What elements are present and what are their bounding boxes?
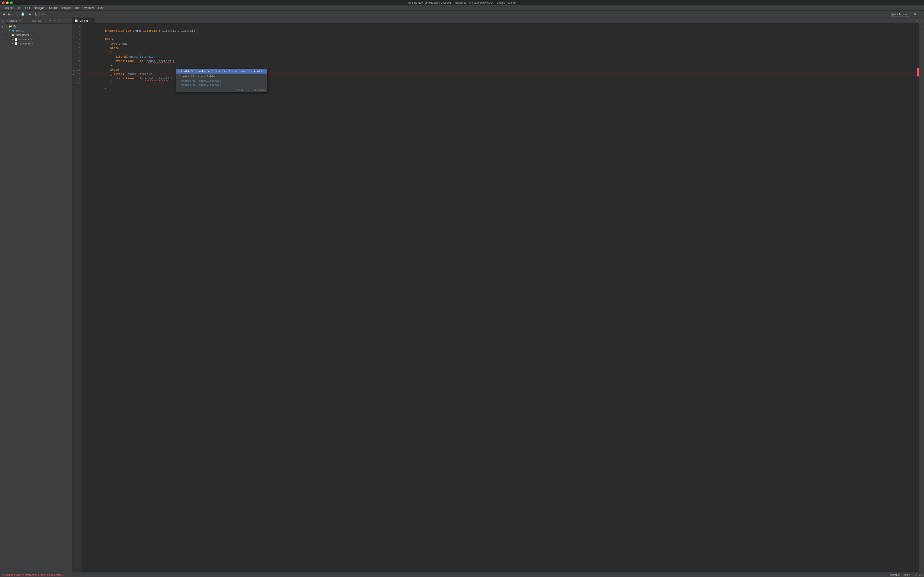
- menu-bar: Eclipse File Edit Navigate Search Projec…: [0, 5, 924, 11]
- tree-label-enum1: enum1: [16, 29, 24, 32]
- editor-tabs: 📝 My.fsm × − □: [73, 18, 919, 24]
- quickfix-item-2[interactable]: ✦ Change to 'enum1.literal2': [176, 83, 267, 87]
- status-right: Writable Insert 12 : 34: [890, 574, 922, 576]
- forward-button[interactable]: ▶: [7, 11, 12, 17]
- menu-help[interactable]: Help: [96, 6, 106, 10]
- sidebar-icon-1[interactable]: ▤: [0, 19, 5, 24]
- error-marker-right-11: [917, 68, 919, 72]
- minimize-view-button[interactable]: −: [918, 11, 923, 17]
- gutter-3: ▾3: [73, 33, 82, 37]
- perspectives-button[interactable]: ⊞: [912, 11, 917, 17]
- minimize-editor-button[interactable]: −: [911, 19, 915, 23]
- tree-arrow-unnamed-3: ▶: [12, 43, 15, 45]
- code-line-3: FSM {: [84, 33, 919, 37]
- line-numbers: 1 2 ▾3 4 ▾5 6 7 8 9 10 ●11: [73, 24, 82, 572]
- menu-navigate[interactable]: Navigate: [32, 6, 47, 10]
- outline-tree: ▾ 📁 My ▶ 🔷 enum1 ▾ 📂 <unnamed> ▶ 📄 <unna…: [5, 24, 73, 572]
- gutter-2: 2: [73, 29, 82, 33]
- code-line-5: State: [84, 42, 919, 46]
- file-icon-enum1: 🔷: [11, 29, 15, 32]
- quickfix-fix1-label[interactable]: Change to 'enum1.literal1': [181, 80, 223, 82]
- code-line-2: [84, 29, 919, 33]
- outline-panel-title: Outline ✕: [9, 19, 29, 22]
- tree-item-enum1[interactable]: ▶ 🔷 enum1: [5, 28, 73, 33]
- tab-close-my-fsm[interactable]: ×: [89, 19, 92, 22]
- menu-eclipse[interactable]: Eclipse: [2, 6, 15, 10]
- menu-run[interactable]: Run: [73, 6, 82, 10]
- quickfix-item-1[interactable]: ✦ Change to 'enum1.literal1': [176, 79, 267, 83]
- menu-search[interactable]: Search: [47, 6, 60, 10]
- link-with-editor-button[interactable]: ⇆: [48, 19, 52, 23]
- status-insert: Insert: [903, 574, 910, 576]
- gutter-9: 9: [73, 59, 82, 63]
- debug-button[interactable]: 🐛: [33, 11, 39, 17]
- code-area: 1 2 ▾3 4 ▾5 6 7 8 9 10 ●11: [73, 24, 919, 572]
- gutter-7: 7: [73, 50, 82, 55]
- quickfix-footer: Press 'F2' for focus: [176, 88, 267, 92]
- quickfix-fix-icon-2: ✦: [178, 84, 180, 87]
- error-marker-right-12: [917, 72, 919, 76]
- outline-panel: ≡ Outline ✕ Task List ⤓ ⇆ ▾ − □ ✕ ▾ 📁 My…: [5, 18, 73, 572]
- collapse-all-button[interactable]: ⤓: [43, 19, 47, 23]
- right-sidebar-btn-1[interactable]: ⊕: [919, 19, 924, 24]
- menu-edit[interactable]: Edit: [23, 6, 32, 10]
- editor-content[interactable]: 1 2 ▾3 4 ▾5 6 7 8 9 10 ●11: [73, 24, 919, 572]
- gutter-6: 6: [73, 46, 82, 50]
- folder-icon-unnamed-1: 📂: [11, 33, 15, 37]
- sidebar-icon-3[interactable]: ◇: [0, 29, 5, 34]
- code-line-6: {: [84, 46, 919, 50]
- tree-item-unnamed-2[interactable]: ▶ 📄 <unnamed>: [5, 37, 73, 41]
- gutter-4: 4: [73, 37, 82, 42]
- editor-tab-my-fsm[interactable]: 📝 My.fsm ×: [73, 18, 95, 23]
- code-line-7: literal enum1.literal1: [84, 50, 919, 55]
- quick-access-button[interactable]: Quick Access: [888, 12, 910, 16]
- tree-item-unnamed-1[interactable]: ▾ 📂 <unnamed>: [5, 33, 73, 37]
- code-line-1: EnumerationType enum1 literals ( literal…: [84, 24, 919, 29]
- close-dot[interactable]: [2, 2, 5, 4]
- new-button[interactable]: ✦: [14, 11, 19, 17]
- file-icon-unnamed-2: 📄: [15, 37, 18, 41]
- code-lines[interactable]: EnumerationType enum1 literals ( literal…: [82, 24, 919, 572]
- panel-menu-button[interactable]: ▾: [53, 19, 57, 23]
- code-line-8: transitions ( to enum1.literal2 ): [84, 55, 919, 59]
- maximize-editor-button[interactable]: □: [915, 19, 919, 23]
- run-button[interactable]: ▶: [27, 11, 33, 17]
- editor-area: 📝 My.fsm × − □ 1 2 ▾3 4 ▾5: [73, 18, 919, 572]
- right-sidebar-btn-2[interactable]: ⊘: [919, 24, 924, 29]
- gutter-12: ●12: [73, 72, 82, 76]
- back-button[interactable]: ◀: [1, 11, 6, 17]
- menu-file[interactable]: File: [15, 6, 23, 10]
- quickfix-fix-icon-1: ✦: [178, 79, 180, 82]
- gutter-10: 10: [73, 63, 82, 68]
- quickfix-available-title: 2 quick fixes available:: [176, 74, 267, 79]
- quickfix-body: 2 quick fixes available: ✦ Change to 'en…: [176, 74, 267, 88]
- gutter-5: ▾5: [73, 42, 82, 46]
- code-line-9: }: [84, 59, 919, 63]
- task-list-tab[interactable]: Task List: [32, 19, 42, 22]
- gutter-14: 14: [73, 81, 82, 85]
- sidebar-icon-2[interactable]: ◈: [0, 24, 5, 29]
- mac-titlebar: runtime-New_configuration-24052017 - Res…: [0, 0, 924, 5]
- code-line-4: type enum1: [84, 37, 919, 42]
- quickfix-header-text: Couldn't resolve reference to State 'enu…: [181, 70, 265, 73]
- tree-item-my[interactable]: ▾ 📁 My: [5, 24, 73, 28]
- sidebar-icons: ▤ ◈ ◇ ⬡: [0, 18, 5, 572]
- menu-project[interactable]: Project: [60, 6, 73, 10]
- quickfix-popup: ⊗ Couldn't resolve reference to State 'e…: [176, 69, 267, 92]
- maximize-panel-button[interactable]: □: [62, 19, 66, 23]
- close-panel-button[interactable]: ✕: [67, 19, 71, 23]
- tree-label-unnamed-3: <unnamed>: [19, 42, 33, 45]
- build-button[interactable]: ⚙: [41, 11, 46, 17]
- main-area: ▤ ◈ ◇ ⬡ ≡ Outline ✕ Task List ⤓ ⇆ ▾ − □ …: [0, 18, 924, 572]
- gutter-1: 1: [73, 24, 82, 29]
- minimize-panel-button[interactable]: −: [58, 19, 61, 23]
- quickfix-header: ⊗ Couldn't resolve reference to State 'e…: [176, 69, 267, 74]
- menu-window[interactable]: Window: [82, 6, 97, 10]
- gutter-8: 8: [73, 55, 82, 59]
- minimize-dot[interactable]: [6, 2, 9, 4]
- sidebar-icon-4[interactable]: ⬡: [0, 35, 5, 39]
- maximize-dot[interactable]: [10, 2, 13, 4]
- tree-item-unnamed-3[interactable]: ▶ 📄 <unnamed>: [5, 41, 73, 46]
- save-button[interactable]: 💾: [20, 11, 25, 17]
- quickfix-fix2-label[interactable]: Change to 'enum1.literal2': [181, 84, 223, 87]
